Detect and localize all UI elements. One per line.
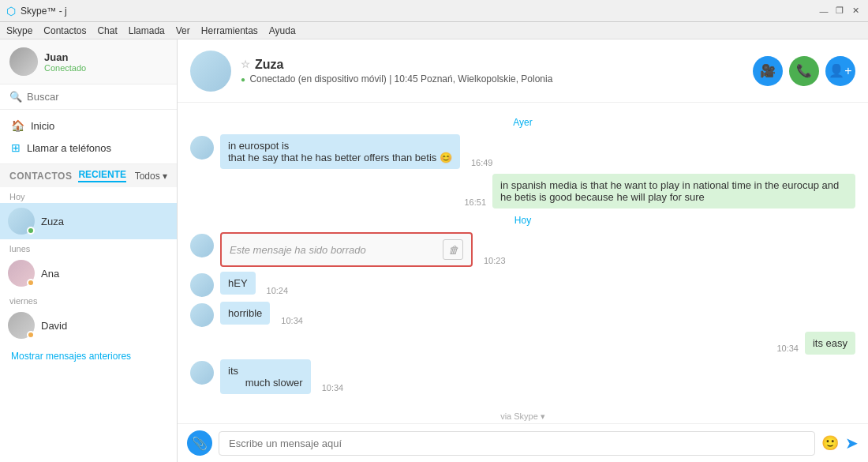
msg-time-7: 10:34: [322, 383, 344, 394]
contact-item-zuza[interactable]: Zuza: [0, 203, 177, 239]
profile-info: Juan Conectado: [44, 51, 86, 73]
contacts-label: CONTACTOS: [9, 171, 72, 182]
close-button[interactable]: ✕: [849, 5, 862, 17]
david-avatar: [8, 312, 35, 339]
nav-item-inicio[interactable]: 🏠 Inicio: [0, 115, 177, 137]
msg-text-1: in eurospot isthat he say that he has be…: [228, 140, 452, 163]
via-skype-label[interactable]: via Skype ▾: [178, 411, 868, 422]
dialpad-icon: ⊞: [11, 141, 21, 154]
input-area: 📎 🙂 ➤: [178, 423, 868, 462]
filter-label: Todos: [135, 171, 160, 182]
contacts-header: CONTACTOS RECIENTE Todos ▾: [0, 164, 177, 187]
group-label-hoy: Hoy: [0, 187, 177, 203]
message-row-own: 16:51 in spanish media is that he want t…: [190, 174, 855, 208]
msg-text-7: its much slower: [228, 365, 303, 389]
home-icon: 🏠: [11, 119, 24, 132]
search-icon: 🔍: [9, 91, 22, 103]
contact-item-david[interactable]: David: [0, 307, 177, 344]
day-separator-today: Hoy: [190, 215, 855, 226]
titlebar-controls: — ❐ ✕: [817, 5, 862, 17]
chat-contact-status: ● Conectado (en dispositivo móvil) | 10:…: [241, 73, 743, 85]
chat-avatar: [190, 51, 231, 92]
message-input[interactable]: [219, 431, 815, 456]
menu-item-chat[interactable]: Chat: [97, 25, 117, 36]
show-older-link[interactable]: Mostrar mensajes anteriores: [11, 351, 131, 362]
recent-tab[interactable]: RECIENTE: [78, 169, 126, 182]
message-row-4: hEY 10:24: [190, 272, 855, 297]
menu-item-llamada[interactable]: Llamada: [129, 25, 165, 36]
restore-button[interactable]: ❐: [833, 5, 846, 17]
titlebar-left: ⬡ Skype™ - j: [6, 5, 67, 17]
chat-header: ☆ Zuza ● Conectado (en dispositivo móvil…: [178, 39, 868, 103]
attach-button[interactable]: 📎: [187, 430, 212, 456]
sidebar-profile: Juan Conectado: [0, 39, 177, 85]
message-row-5: horrible 10:34: [190, 302, 855, 327]
msg-bubble-4: hEY: [220, 272, 256, 295]
msg-time-6: 10:34: [776, 344, 799, 355]
menu-item-herramientas[interactable]: Herramientas: [201, 25, 258, 36]
nav-label-llamar: Llamar a teléfonos: [27, 142, 111, 154]
menu-item-ver[interactable]: Ver: [176, 25, 190, 36]
emoji-button[interactable]: 🙂: [821, 434, 839, 452]
nav-label-inicio: Inicio: [31, 120, 54, 132]
menu-item-skype[interactable]: Skype: [6, 25, 32, 36]
away-status-dot-ana: [27, 279, 35, 287]
zuza-avatar: [8, 208, 35, 235]
search-input[interactable]: [27, 91, 167, 103]
add-person-icon: 👤+: [829, 63, 851, 78]
msg-avatar-4: [190, 273, 214, 297]
away-status-dot-david: [27, 331, 35, 339]
add-contact-button[interactable]: 👤+: [825, 56, 855, 86]
send-button[interactable]: ➤: [845, 434, 859, 453]
msg-text-6: its easy: [813, 337, 847, 349]
send-icon: ➤: [845, 434, 859, 452]
msg-bubble-2: in spanish media is that he want to play…: [492, 174, 855, 208]
menu-item-contactos[interactable]: Contactos: [43, 25, 86, 36]
msg-avatar-5: [190, 303, 214, 327]
message-row-deleted: Este mensaje ha sido borrado 🗑 10:23: [190, 232, 855, 267]
nav-item-llamar[interactable]: ⊞ Llamar a teléfonos: [0, 137, 177, 159]
user-avatar: [9, 47, 38, 76]
message-row-7: its much slower 10:34: [190, 359, 855, 394]
show-older-section: Mostrar mensajes anteriores: [0, 344, 177, 368]
profile-status: Conectado: [44, 63, 86, 73]
emoji-icon: 🙂: [821, 435, 839, 451]
msg-bubble-6: its easy: [805, 332, 855, 355]
msg-time-4: 10:24: [267, 286, 289, 297]
msg-text-deleted: Este mensaje ha sido borrado: [230, 244, 366, 256]
menu-item-ayuda[interactable]: Ayuda: [269, 25, 296, 36]
titlebar-title: Skype™ - j: [21, 6, 67, 17]
msg-time-5: 10:34: [281, 316, 303, 327]
messages-area[interactable]: Ayer in eurospot isthat he say that he h…: [178, 103, 868, 408]
msg-time-3: 10:23: [484, 256, 506, 267]
sidebar: Juan Conectado 🔍 🏠 Inicio ⊞ Llamar a tel…: [0, 39, 178, 462]
menubar: SkypeContactosChatLlamadaVerHerramientas…: [0, 22, 868, 39]
app-body: Juan Conectado 🔍 🏠 Inicio ⊞ Llamar a tel…: [0, 39, 868, 462]
group-label-viernes: viernes: [0, 291, 177, 307]
titlebar: ⬡ Skype™ - j — ❐ ✕: [0, 0, 868, 22]
trash-icon-button[interactable]: 🗑: [443, 239, 463, 260]
contact-item-ana[interactable]: Ana: [0, 255, 177, 291]
profile-name: Juan: [44, 51, 86, 63]
nav-items: 🏠 Inicio ⊞ Llamar a teléfonos: [0, 110, 177, 164]
search-bar[interactable]: 🔍: [0, 85, 177, 110]
video-icon: 🎥: [760, 63, 776, 78]
avatar-image: [9, 47, 38, 76]
status-green-dot-icon: ●: [241, 75, 245, 84]
voice-call-button[interactable]: 📞: [789, 56, 819, 86]
msg-time-2: 16:51: [464, 197, 486, 208]
msg-time-1: 16:49: [471, 158, 493, 169]
contacts-filter[interactable]: Todos ▾: [135, 171, 167, 182]
msg-text-2: in spanish media is that he want to play…: [500, 179, 839, 203]
msg-text-4: hEY: [228, 277, 248, 289]
ana-avatar: [8, 260, 35, 287]
online-status-dot: [27, 227, 35, 235]
msg-text-5: horrible: [228, 307, 262, 319]
chat-contact-info: ☆ Zuza ● Conectado (en dispositivo móvil…: [241, 58, 743, 85]
minimize-button[interactable]: —: [817, 5, 830, 17]
video-call-button[interactable]: 🎥: [753, 56, 783, 86]
contact-name-david: David: [41, 320, 67, 332]
chat-area: ☆ Zuza ● Conectado (en dispositivo móvil…: [178, 39, 868, 462]
msg-bubble-1: in eurospot isthat he say that he has be…: [220, 134, 460, 169]
msg-bubble-deleted: Este mensaje ha sido borrado 🗑: [220, 232, 473, 267]
